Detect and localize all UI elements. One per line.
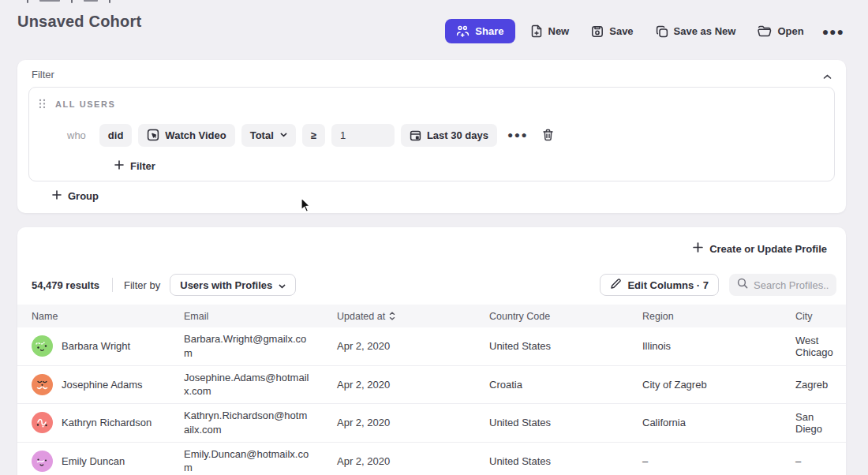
column-header-name[interactable]: Name [17, 311, 170, 322]
profile-name: Kathryn Richardson [62, 417, 152, 428]
filter-panel: Filter ALL USERS who did [17, 60, 846, 213]
column-header-email[interactable]: Email [170, 311, 323, 322]
chevron-down-icon [280, 133, 287, 137]
profile-region: City of Zagreb [628, 374, 781, 395]
edit-columns-button[interactable]: Edit Columns · 7 [600, 274, 719, 296]
profile-country-code: United States [475, 412, 628, 433]
chevron-up-icon [823, 70, 832, 82]
column-header-city[interactable]: City [781, 311, 846, 322]
plus-icon [114, 160, 124, 172]
profile-city: West Chicago [781, 330, 846, 363]
search-profiles-box[interactable] [729, 274, 836, 296]
collapse-filter-button[interactable] [820, 67, 835, 85]
profile-type-dropdown[interactable]: Users with Profiles [170, 274, 296, 296]
share-people-icon [456, 25, 470, 37]
profile-country-code: United States [475, 335, 628, 357]
profile-region: – [628, 451, 781, 472]
table-header-row: Name Email Updated at Country Code Regio… [17, 305, 846, 327]
pencil-icon [610, 279, 621, 292]
open-button[interactable]: Open [750, 20, 810, 43]
profile-region: California [628, 412, 781, 433]
aggregation-selector[interactable]: Total [241, 124, 296, 147]
add-group-button[interactable]: Group [46, 185, 105, 207]
operator-selector[interactable]: ≥ [302, 124, 325, 147]
save-as-new-button[interactable]: Save as New [649, 20, 743, 43]
avatar [32, 374, 53, 395]
event-selector[interactable]: Watch Video [138, 124, 234, 147]
chevron-down-icon [279, 279, 286, 291]
avatar [32, 412, 53, 433]
avatar [32, 451, 53, 472]
who-label: who [67, 129, 86, 141]
filter-group-header: ALL USERS [39, 99, 116, 109]
profile-country-code: United States [475, 451, 628, 472]
profile-name: Josephine Adams [62, 379, 143, 391]
profile-email: Emily.Duncan@hotmailx.com [170, 443, 323, 475]
table-row[interactable]: Emily Duncan Emily.Duncan@hotmailx.com A… [17, 443, 846, 475]
trash-icon [542, 129, 554, 141]
table-controls: 54,479 results Filter by Users with Prof… [32, 273, 836, 297]
profile-email: Kathryn.Richardson@hotmailx.com [170, 404, 323, 441]
more-options-button[interactable]: ●●● [819, 21, 847, 43]
copy-icon [656, 25, 668, 38]
table-row[interactable]: Barbara Wright Barbara.Wright@gmailx.com… [17, 327, 846, 366]
filter-by-label: Filter by [124, 279, 160, 291]
calendar-icon [410, 129, 421, 141]
results-count: 54,479 results [32, 279, 99, 291]
search-profiles-input[interactable] [754, 279, 829, 291]
profile-email: Barbara.Wright@gmailx.com [170, 327, 323, 365]
cohort-builder-page: Unsaved Cohort Share New [0, 0, 868, 475]
plus-icon [52, 190, 62, 202]
cropped-top-content [27, 0, 110, 3]
profile-updated-at: Apr 2, 2020 [323, 374, 475, 395]
create-or-update-profile-button[interactable]: Create or Update Profile [687, 238, 833, 260]
filter-condition-row: who did Watch Video Total [67, 121, 823, 149]
new-file-icon [530, 24, 543, 38]
threshold-value-input[interactable]: 1 [331, 124, 395, 147]
profile-region: Illinois [628, 335, 781, 357]
condition-more-button[interactable]: ●●● [503, 125, 532, 144]
folder-icon [758, 25, 772, 37]
column-header-updated-at[interactable]: Updated at [323, 311, 475, 322]
drag-handle-icon[interactable] [39, 99, 46, 109]
profile-city: – [781, 451, 846, 472]
table-row[interactable]: Kathryn Richardson Kathryn.Richardson@ho… [17, 404, 846, 443]
profiles-table: Name Email Updated at Country Code Regio… [17, 305, 846, 475]
profile-updated-at: Apr 2, 2020 [323, 412, 475, 433]
sort-icon [389, 312, 395, 320]
divider [112, 278, 113, 292]
filter-panel-title: Filter [32, 69, 54, 80]
page-title: Unsaved Cohort [17, 13, 141, 31]
profile-name: Barbara Wright [62, 340, 130, 352]
event-click-icon [147, 129, 159, 141]
save-button[interactable]: Save [584, 20, 640, 43]
profile-updated-at: Apr 2, 2020 [323, 335, 475, 357]
avatar [32, 335, 53, 357]
profile-country-code: Croatia [475, 374, 628, 395]
search-icon [737, 278, 748, 292]
column-header-region[interactable]: Region [628, 311, 781, 322]
column-header-country-code[interactable]: Country Code [475, 311, 628, 322]
filter-group: ALL USERS who did Watch Video [28, 87, 835, 181]
group-label: ALL USERS [55, 99, 116, 109]
delete-condition-button[interactable] [538, 125, 558, 145]
date-range-selector[interactable]: Last 30 days [401, 124, 497, 147]
table-row[interactable]: Josephine Adams Josephine.Adams@hotmailx… [17, 366, 846, 405]
plus-icon [693, 242, 703, 255]
toolbar: Share New Save [445, 19, 847, 43]
new-button[interactable]: New [523, 19, 577, 43]
share-button[interactable]: Share [445, 19, 514, 43]
profile-city: Zagreb [781, 374, 846, 395]
profile-city: San Diego [781, 406, 846, 439]
add-filter-button[interactable]: Filter [108, 155, 162, 177]
profile-updated-at: Apr 2, 2020 [323, 451, 475, 472]
did-selector[interactable]: did [99, 124, 133, 147]
profile-name: Emily Duncan [62, 455, 125, 467]
profiles-panel: Create or Update Profile 54,479 results … [17, 227, 846, 475]
save-icon [591, 25, 604, 38]
profile-email: Josephine.Adams@hotmailx.com [170, 366, 323, 403]
